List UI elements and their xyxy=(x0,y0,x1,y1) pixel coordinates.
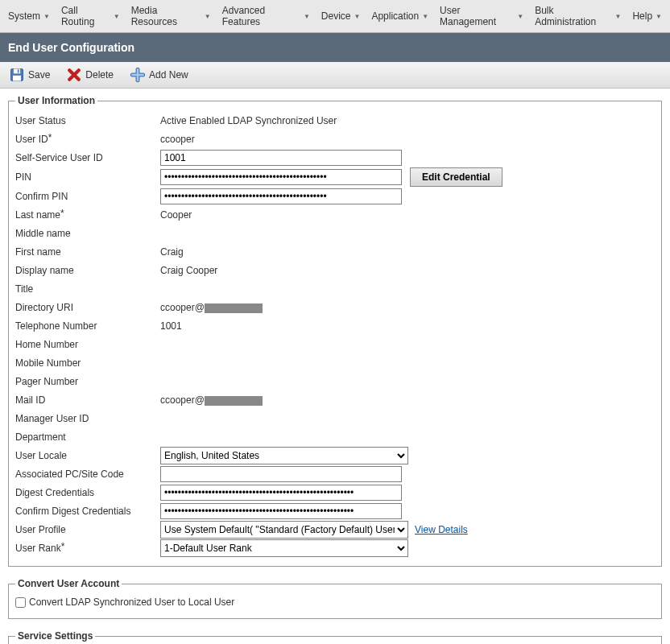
user-status-label: User Status xyxy=(15,115,160,126)
chevron-down-icon: ▼ xyxy=(517,13,523,20)
user-locale-label: User Locale xyxy=(15,450,160,461)
user-profile-select[interactable]: Use System Default( "Standard (Factory D… xyxy=(160,521,408,539)
first-name-value: Craig xyxy=(160,246,184,258)
menu-help[interactable]: Help▼ xyxy=(627,2,667,30)
convert-account-legend: Convert User Account xyxy=(15,578,122,589)
title-label: Title xyxy=(15,283,160,295)
manager-label: Manager User ID xyxy=(15,413,160,424)
user-locale-select[interactable]: English, United States xyxy=(160,447,408,464)
chevron-down-icon: ▼ xyxy=(114,13,120,20)
pc-site-input[interactable] xyxy=(160,466,402,482)
self-service-input[interactable] xyxy=(160,150,402,166)
save-icon xyxy=(9,67,25,83)
service-settings-legend: Service Settings xyxy=(15,630,95,642)
confirm-digest-label: Confirm Digest Credentials xyxy=(15,506,160,517)
mail-id-label: Mail ID xyxy=(15,394,160,406)
user-profile-label: User Profile xyxy=(15,524,160,535)
user-id-label: User ID xyxy=(15,134,160,145)
menu-system[interactable]: System▼ xyxy=(3,2,55,30)
confirm-pin-input[interactable] xyxy=(160,188,402,204)
pc-site-label: Associated PC/Site Code xyxy=(15,469,160,480)
user-status-value: Active Enabled LDAP Synchronized User xyxy=(160,115,337,126)
menu-user-management[interactable]: User Management▼ xyxy=(435,2,528,30)
view-details-link[interactable]: View Details xyxy=(415,524,468,535)
self-service-label: Self-Service User ID xyxy=(15,152,160,163)
convert-ldap-label: Convert LDAP Synchronized User to Local … xyxy=(29,597,234,608)
user-information-legend: User Information xyxy=(15,95,97,106)
menu-call-routing[interactable]: Call Routing▼ xyxy=(56,2,125,30)
menu-application[interactable]: Application▼ xyxy=(366,2,433,30)
chevron-down-icon: ▼ xyxy=(205,13,211,20)
menu-media-resources[interactable]: Media Resources▼ xyxy=(126,2,216,30)
last-name-value: Cooper xyxy=(160,209,192,221)
page-title: End User Configuration xyxy=(0,33,670,62)
confirm-pin-label: Confirm PIN xyxy=(15,191,160,202)
telephone-value: 1001 xyxy=(160,320,182,332)
user-id-value: ccooper xyxy=(160,134,195,145)
display-name-label: Display name xyxy=(15,265,160,276)
menu-device[interactable]: Device▼ xyxy=(316,2,366,30)
redacted-block xyxy=(205,303,263,313)
chevron-down-icon: ▼ xyxy=(43,13,50,20)
directory-uri-value: ccooper@ xyxy=(160,302,263,313)
toolbar: Save Delete Add New xyxy=(0,62,670,89)
user-rank-label: User Rank xyxy=(15,543,160,554)
menubar: System▼ Call Routing▼ Media Resources▼ A… xyxy=(0,0,670,33)
svg-rect-1 xyxy=(14,69,20,74)
chevron-down-icon: ▼ xyxy=(422,13,428,20)
add-new-label: Add New xyxy=(149,69,188,80)
mail-id-value: ccooper@ xyxy=(160,394,263,406)
user-rank-select[interactable]: 1-Default User Rank xyxy=(160,539,408,557)
pager-number-label: Pager Number xyxy=(15,376,160,387)
confirm-digest-input[interactable] xyxy=(160,503,402,519)
directory-uri-label: Directory URI xyxy=(15,302,160,313)
last-name-label: Last name xyxy=(15,209,160,221)
delete-icon xyxy=(66,67,82,83)
delete-button[interactable]: Delete xyxy=(64,65,116,85)
menu-advanced-features[interactable]: Advanced Features▼ xyxy=(217,2,315,30)
save-label: Save xyxy=(28,69,50,80)
first-name-label: First name xyxy=(15,246,160,258)
user-information-section: User Information User StatusActive Enabl… xyxy=(8,95,662,567)
chevron-down-icon: ▼ xyxy=(614,13,621,20)
chevron-down-icon: ▼ xyxy=(304,13,310,20)
convert-account-section: Convert User Account Convert LDAP Synchr… xyxy=(8,578,662,619)
edit-credential-button[interactable]: Edit Credential xyxy=(410,167,502,187)
chevron-down-icon: ▼ xyxy=(656,13,662,20)
menu-bulk-administration[interactable]: Bulk Administration▼ xyxy=(530,2,626,30)
svg-rect-2 xyxy=(13,76,21,81)
convert-ldap-checkbox[interactable] xyxy=(15,597,26,608)
save-button[interactable]: Save xyxy=(6,65,52,85)
svg-rect-3 xyxy=(18,69,19,72)
pin-input[interactable] xyxy=(160,169,402,185)
add-icon xyxy=(130,67,146,83)
delete-label: Delete xyxy=(85,69,114,80)
middle-name-label: Middle name xyxy=(15,228,160,239)
telephone-label: Telephone Number xyxy=(15,320,160,332)
home-number-label: Home Number xyxy=(15,339,160,350)
mobile-number-label: Mobile Number xyxy=(15,357,160,369)
digest-label: Digest Credentials xyxy=(15,487,160,498)
service-settings-section: Service Settings Home Cluster Enable Use… xyxy=(8,630,662,644)
redacted-block xyxy=(205,396,263,406)
department-label: Department xyxy=(15,431,160,443)
digest-input[interactable] xyxy=(160,485,402,501)
add-new-button[interactable]: Add New xyxy=(127,65,191,85)
pin-label: PIN xyxy=(15,171,160,183)
chevron-down-icon: ▼ xyxy=(354,13,361,20)
display-name-value: Craig Cooper xyxy=(160,265,217,276)
